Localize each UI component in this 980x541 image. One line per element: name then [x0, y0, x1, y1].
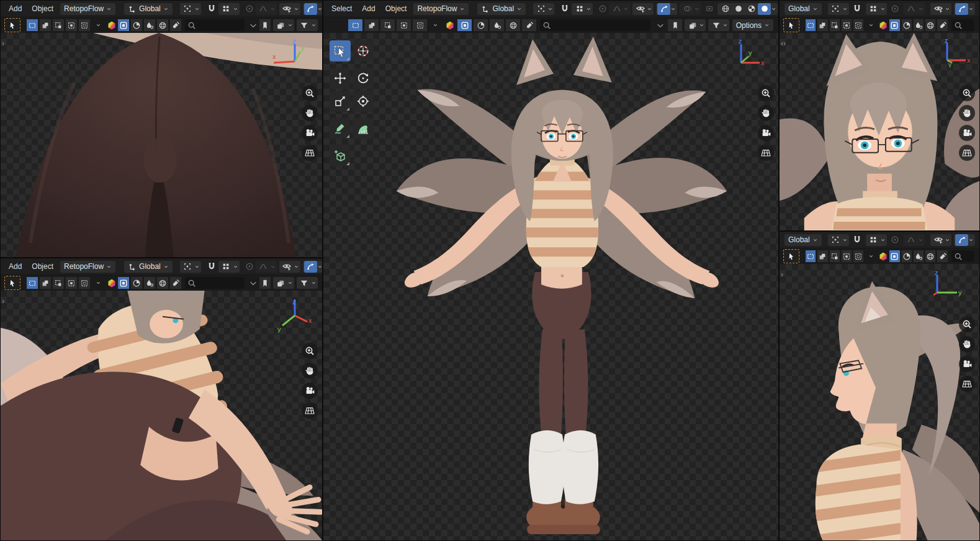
zoom-button[interactable]: [302, 343, 318, 359]
tool-transform[interactable]: [353, 91, 374, 112]
snap-magnet-toggle[interactable]: [851, 234, 864, 246]
search-input[interactable]: [198, 279, 242, 288]
snap-magnet-toggle[interactable]: [207, 261, 217, 273]
projection-toggle-button[interactable]: [302, 145, 318, 161]
projection-toggle-button[interactable]: [959, 145, 975, 161]
show-gizmos-dropdown[interactable]: [656, 3, 677, 15]
tool-add-cube[interactable]: [330, 145, 351, 166]
fluid-button[interactable]: [144, 19, 155, 31]
snap-settings-dropdown[interactable]: [572, 3, 593, 15]
matcap-preview-button[interactable]: [443, 19, 456, 31]
tool-measure[interactable]: [353, 118, 374, 139]
search-input[interactable]: [964, 252, 971, 261]
select-mode-invert[interactable]: [842, 250, 852, 262]
select-mode-intersect[interactable]: [79, 19, 90, 31]
tool-annotate[interactable]: [330, 118, 351, 139]
globe-button[interactable]: [157, 19, 168, 31]
chevron-down-icon[interactable]: [96, 280, 101, 286]
viewport-canvas-front-view[interactable]: z x y: [323, 33, 778, 540]
tool-move[interactable]: [330, 68, 351, 89]
pivot-point-dropdown[interactable]: [533, 3, 554, 15]
search-input[interactable]: [198, 21, 242, 30]
viewport-canvas-low-angle[interactable]: z x y ›: [1, 291, 322, 540]
axis-gizmo[interactable]: z y: [931, 270, 963, 300]
select-mode-extend[interactable]: [40, 277, 51, 289]
mask-square-button[interactable]: [889, 250, 899, 262]
menu-select[interactable]: Select: [327, 4, 356, 13]
active-tool-button[interactable]: [4, 18, 20, 32]
projection-toggle-button[interactable]: [302, 402, 318, 419]
fluid-button[interactable]: [914, 19, 924, 31]
camera-view-button[interactable]: [302, 383, 318, 399]
camera-view-button[interactable]: [758, 125, 774, 141]
fluid-button[interactable]: [490, 19, 504, 31]
show-overlays-dropdown[interactable]: [680, 3, 701, 15]
collapse-panel-button[interactable]: [248, 277, 258, 289]
tool-cursor[interactable]: [353, 40, 374, 61]
transform-orientation-dropdown[interactable]: Global: [124, 3, 173, 15]
select-mode-subtract[interactable]: [830, 250, 840, 262]
show-gizmos-dropdown[interactable]: [954, 3, 975, 15]
transform-orientation-dropdown[interactable]: Global: [784, 3, 822, 15]
menu-add[interactable]: Add: [4, 4, 26, 13]
snap-settings-dropdown[interactable]: [218, 261, 240, 273]
options-dropdown[interactable]: Options: [732, 19, 773, 31]
pie-toggle-button[interactable]: [902, 19, 912, 31]
zoom-button[interactable]: [302, 85, 318, 101]
bookmark-button[interactable]: [668, 19, 682, 31]
menu-add[interactable]: Add: [4, 262, 26, 271]
globe-button[interactable]: [925, 250, 935, 262]
object-visibility-dropdown[interactable]: [632, 3, 654, 15]
pie-toggle-button[interactable]: [902, 250, 912, 262]
active-tool-button[interactable]: [4, 276, 20, 290]
chevron-down-icon[interactable]: [868, 253, 874, 259]
transform-orientation-dropdown[interactable]: Global: [124, 261, 173, 273]
search-box[interactable]: [185, 277, 245, 289]
select-mode-subtract[interactable]: [830, 19, 840, 31]
mask-square-button[interactable]: [457, 19, 472, 31]
viewport-canvas-profile-view[interactable]: z y ›: [780, 264, 979, 540]
snap-settings-dropdown[interactable]: [218, 3, 240, 15]
sidebar-toggle-arrow[interactable]: ›: [2, 297, 4, 306]
pie-toggle-button[interactable]: [131, 19, 142, 31]
bookmark-button[interactable]: [259, 277, 271, 289]
select-mode-subtract[interactable]: [380, 19, 395, 31]
proportional-editing-toggle[interactable]: [889, 234, 902, 246]
camera-view-button[interactable]: [302, 125, 318, 141]
matcap-preview-button[interactable]: [878, 250, 888, 262]
select-mode-set[interactable]: [27, 19, 38, 31]
fluid-button[interactable]: [144, 277, 155, 289]
camera-view-button[interactable]: [959, 125, 975, 141]
snap-magnet-toggle[interactable]: [207, 3, 217, 15]
pivot-point-dropdown[interactable]: [180, 261, 201, 273]
select-mode-set[interactable]: [348, 19, 362, 31]
select-mode-extend[interactable]: [817, 250, 827, 262]
search-box[interactable]: [951, 250, 974, 262]
layers-dropdown[interactable]: [273, 19, 294, 31]
collapse-panel-button[interactable]: [248, 19, 258, 31]
proportional-editing-toggle[interactable]: [889, 3, 902, 15]
show-gizmos-dropdown[interactable]: [303, 261, 322, 273]
filter-dropdown[interactable]: [297, 19, 318, 31]
select-mode-set[interactable]: [806, 250, 816, 262]
select-mode-extend[interactable]: [364, 19, 379, 31]
proportional-falloff-dropdown[interactable]: [904, 234, 925, 246]
retopoflow-menu[interactable]: RetopoFlow: [60, 261, 115, 273]
shading-solid-button[interactable]: [732, 3, 745, 15]
shading-wireframe-button[interactable]: [719, 3, 732, 15]
show-gizmos-dropdown[interactable]: [954, 234, 975, 246]
transform-orientation-dropdown[interactable]: Global: [784, 234, 822, 246]
axis-gizmo[interactable]: z x y: [731, 38, 767, 74]
tool-select-box[interactable]: [330, 40, 351, 61]
sidebar-toggle-arrow[interactable]: ›: [781, 270, 783, 279]
projection-toggle-button[interactable]: [959, 376, 975, 392]
brush-button[interactable]: [170, 19, 181, 31]
object-visibility-dropdown[interactable]: [930, 234, 951, 246]
chevron-down-icon[interactable]: [868, 22, 874, 28]
proportional-falloff-dropdown[interactable]: [609, 3, 630, 15]
axis-gizmo[interactable]: z x y: [276, 297, 313, 333]
shading-rendered-button[interactable]: [758, 3, 771, 15]
bookmark-button[interactable]: [259, 19, 271, 31]
snap-magnet-toggle[interactable]: [851, 3, 864, 15]
matcap-preview-button[interactable]: [878, 19, 888, 31]
